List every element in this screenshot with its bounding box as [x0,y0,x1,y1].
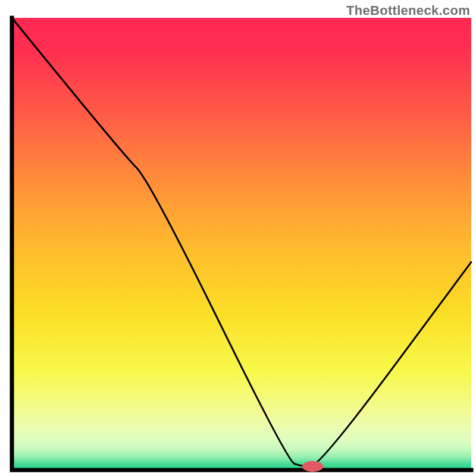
plot-background [12,18,471,470]
chart-container: TheBottleneck.com [0,0,476,476]
bottleneck-chart-svg [0,0,476,476]
watermark-text: TheBottleneck.com [346,3,470,18]
optimal-marker [302,461,324,472]
